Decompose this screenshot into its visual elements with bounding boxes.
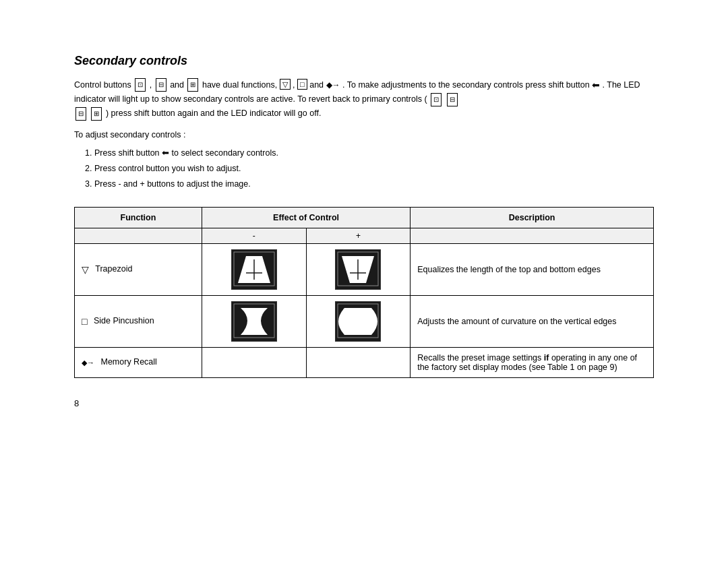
pincushion-plus-image — [335, 301, 381, 342]
description-cell-trapezoid: Equalizes the length of the top and bott… — [411, 243, 654, 295]
step-2: Press control button you wish to adjust. — [94, 162, 654, 176]
memory-icon: ◆→ — [82, 358, 94, 367]
function-subheader — [75, 228, 202, 243]
function-label-memory: Memory Recall — [100, 357, 156, 367]
section-title: Secondary controls — [74, 54, 654, 68]
desc-subheader — [411, 228, 654, 243]
table-row: ◆→ Memory Recall Recalls the preset imag… — [75, 347, 654, 377]
intro-paragraph: Control buttons ⊡ , ⊟ and ⊞ have dual fu… — [74, 77, 654, 121]
function-label-pincushion: Side Pincushion — [94, 316, 154, 325]
to-adjust-label: To adjust secondary controls : — [74, 130, 654, 139]
pincushion-plus-cell — [306, 295, 411, 347]
description-cell-pincushion: Adjusts the amount of curvature on the v… — [411, 295, 654, 347]
plus-subheader: + — [306, 228, 411, 243]
function-label-trapezoid: Trapezoid — [95, 264, 132, 274]
pincushion-minus-cell — [202, 295, 306, 347]
effect-column-header: Effect of Control — [202, 207, 410, 228]
description-cell-memory: Recalls the preset image settings if ope… — [411, 347, 654, 377]
description-column-header: Description — [411, 207, 654, 228]
controls-table: Function Effect of Control Description -… — [74, 207, 654, 378]
function-column-header: Function — [75, 207, 202, 228]
step-3: Press - and + buttons to adjust the imag… — [94, 177, 654, 191]
pincushion-minus-image — [231, 301, 277, 342]
table-row: □ Side Pincushion — [75, 295, 654, 347]
pincushion-icon: □ — [82, 316, 87, 327]
memory-minus-cell — [202, 347, 306, 377]
function-cell-pincushion: □ Side Pincushion — [75, 295, 202, 347]
table-row: ▽ Trapezoid — [75, 243, 654, 295]
function-cell-memory: ◆→ Memory Recall — [75, 347, 202, 377]
step-1: Press shift button ⬅ to select secondary… — [94, 146, 654, 160]
trapezoid-minus-cell — [202, 243, 306, 295]
function-cell-trapezoid: ▽ Trapezoid — [75, 243, 202, 295]
page-number: 8 — [74, 398, 654, 408]
minus-subheader: - — [202, 228, 306, 243]
trapezoid-plus-image — [335, 249, 381, 290]
memory-plus-cell — [306, 347, 411, 377]
trapezoid-minus-image — [231, 249, 277, 290]
steps-list: Press shift button ⬅ to select secondary… — [94, 146, 654, 192]
trapezoid-plus-cell — [306, 243, 411, 295]
trapezoid-icon: ▽ — [82, 264, 89, 275]
